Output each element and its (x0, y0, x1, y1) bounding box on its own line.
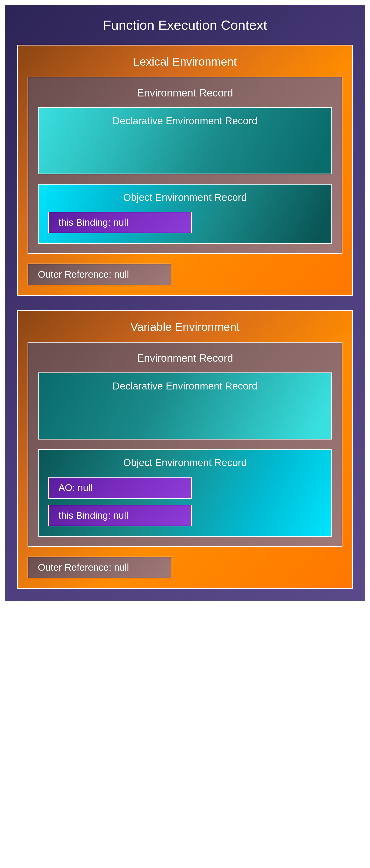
function-execution-context: Function Execution Context Lexical Envir… (5, 5, 365, 601)
lexical-environment: Lexical Environment Environment Record D… (17, 45, 353, 296)
variable-outer-reference-text: Outer Reference: null (38, 562, 161, 573)
lexical-object-record: Object Environment Record this Binding: … (38, 184, 332, 244)
variable-this-binding-text: this Binding: null (58, 510, 182, 521)
variable-declarative-title: Declarative Environment Record (48, 380, 322, 392)
lexical-this-binding: this Binding: null (48, 212, 192, 234)
lexical-declarative-title: Declarative Environment Record (48, 115, 322, 127)
variable-environment-record: Environment Record Declarative Environme… (28, 342, 342, 547)
lexical-outer-reference-text: Outer Reference: null (38, 269, 161, 280)
variable-environment-title: Variable Environment (28, 320, 342, 334)
variable-ao-binding-text: AO: null (58, 483, 182, 493)
variable-object-record: Object Environment Record AO: null this … (38, 449, 332, 537)
variable-this-binding: this Binding: null (48, 505, 192, 526)
context-title: Function Execution Context (17, 17, 353, 33)
variable-object-title: Object Environment Record (48, 457, 322, 468)
variable-environment: Variable Environment Environment Record … (17, 310, 353, 589)
lexical-environment-record: Environment Record Declarative Environme… (28, 76, 342, 254)
variable-outer-reference: Outer Reference: null (28, 557, 171, 578)
lexical-environment-title: Lexical Environment (28, 55, 342, 68)
lexical-object-title: Object Environment Record (48, 192, 322, 203)
lexical-outer-reference: Outer Reference: null (28, 264, 171, 285)
lexical-declarative-record: Declarative Environment Record (38, 107, 332, 174)
variable-ao-binding: AO: null (48, 477, 192, 499)
variable-declarative-record: Declarative Environment Record (38, 372, 332, 439)
variable-record-title: Environment Record (38, 352, 332, 364)
lexical-record-title: Environment Record (38, 87, 332, 99)
lexical-this-binding-text: this Binding: null (58, 217, 182, 228)
